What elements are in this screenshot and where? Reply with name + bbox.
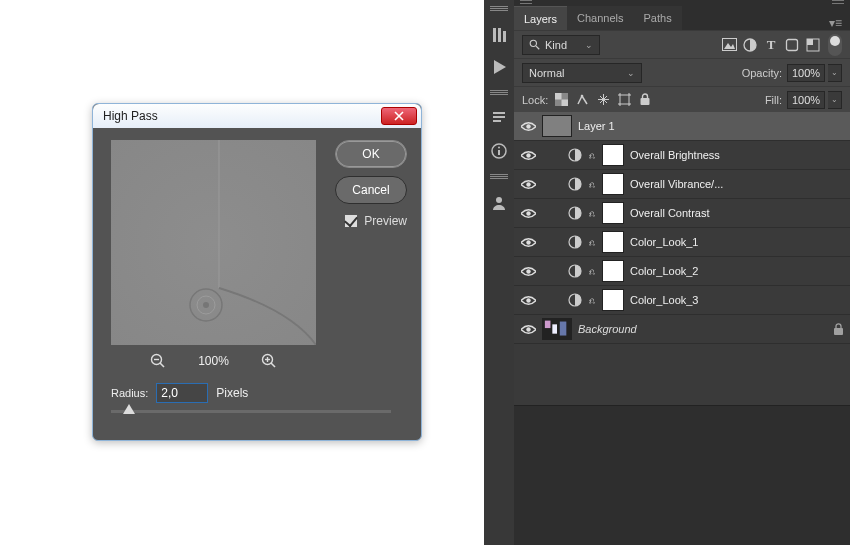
visibility-toggle[interactable] [520,321,536,337]
layer-row[interactable]: Layer 1 [514,112,850,141]
layer-row[interactable]: ⎌ Overall Contrast [514,199,850,228]
filter-shape-icon[interactable] [784,37,800,53]
svg-point-21 [496,197,502,203]
close-button[interactable] [381,107,417,125]
zoom-percent: 100% [198,354,229,368]
tab-layers[interactable]: Layers [514,6,567,30]
visibility-toggle[interactable] [520,147,536,163]
visibility-toggle[interactable] [520,292,536,308]
svg-point-6 [203,302,209,308]
lock-icon [833,323,844,336]
link-icon[interactable]: ⎌ [588,150,596,161]
zoom-out-button[interactable] [150,353,166,369]
opacity-dropdown[interactable]: ⌄ [828,64,842,82]
svg-point-37 [526,153,530,157]
mask-thumbnail[interactable] [602,231,624,253]
visibility-toggle[interactable] [520,234,536,250]
zoom-in-button[interactable] [261,353,277,369]
visibility-toggle[interactable] [520,263,536,279]
mask-thumbnail[interactable] [602,260,624,282]
cancel-button[interactable]: Cancel [335,176,407,204]
grip-icon[interactable] [490,90,508,96]
preview-checkbox[interactable]: Preview [344,214,407,228]
layer-row[interactable]: ⎌ Color_Look_1 [514,228,850,257]
svg-rect-15 [498,28,501,42]
checkbox-icon [344,214,358,228]
layer-name[interactable]: Background [578,323,637,335]
svg-rect-50 [834,328,843,335]
link-icon[interactable]: ⎌ [588,266,596,277]
tab-channels[interactable]: Channels [567,6,633,30]
mask-thumbnail[interactable] [602,173,624,195]
layer-thumbnail[interactable] [542,115,572,137]
visibility-toggle[interactable] [520,205,536,221]
svg-point-43 [526,240,530,244]
paragraph-icon[interactable] [490,110,508,128]
tab-paths[interactable]: Paths [634,6,682,30]
filter-smart-icon[interactable] [805,37,821,53]
mask-thumbnail[interactable] [602,202,624,224]
layer-row[interactable]: ⎌ Overall Vibrance/... [514,170,850,199]
filter-adjustment-icon[interactable] [742,37,758,53]
play-icon[interactable] [490,58,508,76]
mask-thumbnail[interactable] [602,289,624,311]
grip-icon[interactable] [490,174,508,180]
close-icon [394,111,404,121]
svg-point-36 [526,124,530,128]
svg-point-47 [526,298,530,302]
layer-row[interactable]: ⎌ Color_Look_2 [514,257,850,286]
lock-artboard-icon[interactable] [616,92,632,108]
visibility-toggle[interactable] [520,118,536,134]
search-icon [529,39,540,50]
layer-name[interactable]: Color_Look_1 [630,236,699,248]
ok-button[interactable]: OK [335,140,407,168]
layer-thumbnail[interactable] [542,318,572,340]
layer-name[interactable]: Overall Brightness [630,149,720,161]
fill-input[interactable] [787,91,825,109]
link-icon[interactable]: ⎌ [588,237,596,248]
layer-name[interactable]: Overall Vibrance/... [630,178,723,190]
radius-slider-track[interactable] [111,410,391,413]
link-icon[interactable]: ⎌ [588,208,596,219]
svg-marker-25 [724,43,735,49]
filter-pixel-icon[interactable] [721,37,737,53]
layer-name[interactable]: Overall Contrast [630,207,709,219]
radius-slider-thumb[interactable] [123,404,135,414]
svg-point-19 [498,147,500,149]
info-icon[interactable] [490,142,508,160]
person-icon[interactable] [490,194,508,212]
filter-preview-image[interactable] [111,140,316,345]
panel-empty-area [514,405,850,545]
svg-rect-1 [111,140,316,345]
layer-row[interactable]: Background [514,315,850,344]
link-icon[interactable]: ⎌ [588,179,596,190]
layer-name[interactable]: Layer 1 [578,120,615,132]
filter-type-icon[interactable]: T [763,37,779,53]
visibility-toggle[interactable] [520,176,536,192]
link-icon[interactable]: ⎌ [588,295,596,306]
lock-all-icon[interactable] [637,92,653,108]
blend-mode-select[interactable]: Normal⌄ [522,63,642,83]
lock-image-icon[interactable] [574,92,590,108]
opacity-input[interactable] [787,64,825,82]
panel-menu-icon[interactable]: ▾≡ [821,16,850,30]
kind-select[interactable]: Kind ⌄ [522,35,600,55]
layer-name[interactable]: Color_Look_3 [630,294,699,306]
fill-dropdown[interactable]: ⌄ [828,91,842,109]
panel-icon-1[interactable] [490,26,508,44]
mask-thumbnail[interactable] [602,144,624,166]
lock-position-icon[interactable] [595,92,611,108]
lock-transparency-icon[interactable] [553,92,569,108]
grip-icon[interactable] [490,6,508,12]
svg-point-49 [526,327,530,331]
svg-line-11 [271,363,275,367]
svg-rect-34 [620,95,629,104]
adjustment-icon [568,206,582,220]
layer-row[interactable]: ⎌ Overall Brightness [514,141,850,170]
filter-toggle[interactable] [828,34,842,56]
dialog-titlebar[interactable]: High Pass [93,104,421,128]
radius-input[interactable] [156,383,208,403]
layer-name[interactable]: Color_Look_2 [630,265,699,277]
svg-line-23 [536,46,539,49]
layer-row[interactable]: ⎌ Color_Look_3 [514,286,850,315]
